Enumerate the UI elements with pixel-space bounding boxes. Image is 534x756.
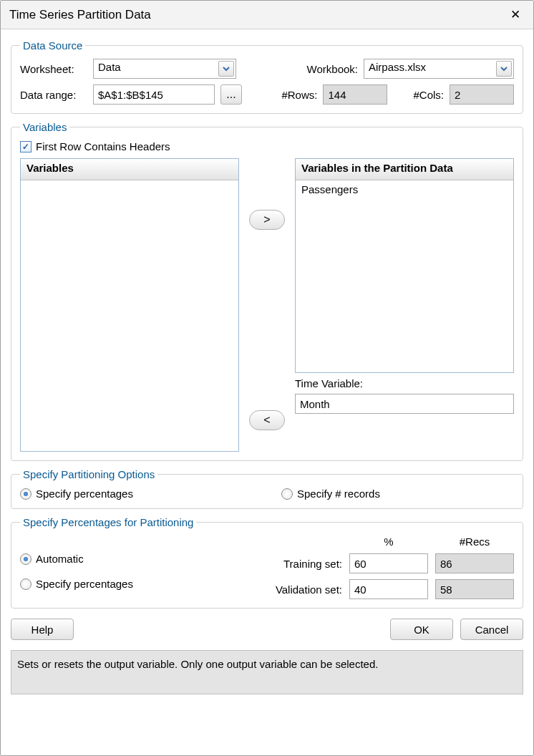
chevron-down-icon [218, 61, 234, 77]
validation-set-label: Validation set: [276, 583, 342, 596]
nrows-value-box: 144 [323, 84, 387, 105]
nrows-value: 144 [328, 89, 346, 101]
training-set-label: Training set: [276, 558, 342, 570]
datarange-label: Data range: [20, 89, 87, 101]
variables-group: Variables ✓ First Row Contains Headers V… [11, 121, 523, 461]
datarange-value: $A$1:$B$145 [98, 89, 163, 101]
variables-legend: Variables [20, 121, 69, 133]
opt-specify-pct-2-label: Specify percentages [36, 578, 133, 590]
pct-partitioning-group: Specify Percentages for Partitioning Aut… [11, 516, 523, 609]
opt-specify-pct-2[interactable]: Specify percentages [20, 578, 254, 590]
opt-specify-pct-label: Specify percentages [36, 488, 133, 500]
move-right-button[interactable]: > [249, 210, 285, 230]
worksheet-value: Data [98, 61, 121, 73]
validation-recs-box: 58 [435, 579, 514, 599]
partitioning-options-group: Specify Partitioning Options Specify per… [11, 468, 523, 509]
training-pct-input[interactable]: 60 [349, 553, 428, 573]
footer-buttons: Help OK Cancel [11, 619, 523, 640]
move-left-button[interactable]: < [249, 410, 285, 430]
workbook-label: Workbook: [307, 63, 358, 75]
ncols-value-box: 2 [450, 84, 514, 105]
dialog-title: Time Series Partition Data [9, 8, 151, 22]
pct-partitioning-legend: Specify Percentages for Partitioning [20, 516, 196, 528]
datarange-input[interactable]: $A$1:$B$145 [93, 84, 215, 105]
radio-icon [20, 488, 31, 500]
nrows-label: #Rows: [281, 89, 317, 101]
data-source-group: Data Source Worksheet: Data Workbook: Ai… [11, 39, 523, 114]
first-row-headers-label: First Row Contains Headers [36, 140, 170, 152]
dialog-window: Time Series Partition Data ✕ Data Source… [0, 0, 534, 756]
data-source-legend: Data Source [20, 39, 85, 52]
chevron-down-icon [496, 61, 512, 77]
ncols-label: #Cols: [413, 89, 444, 101]
datarange-browse-button[interactable]: ... [220, 84, 242, 105]
radio-icon [281, 488, 293, 500]
worksheet-combo[interactable]: Data [93, 59, 236, 79]
first-row-headers-row[interactable]: ✓ First Row Contains Headers [20, 140, 514, 152]
opt-specify-pct[interactable]: Specify percentages [20, 488, 253, 500]
partitioning-options-legend: Specify Partitioning Options [20, 468, 157, 480]
titlebar: Time Series Partition Data ✕ [1, 1, 533, 29]
help-button[interactable]: Help [11, 619, 74, 640]
opt-automatic-label: Automatic [36, 553, 84, 565]
radio-icon [20, 553, 31, 565]
close-icon[interactable]: ✕ [506, 7, 525, 22]
worksheet-label: Worksheet: [20, 63, 87, 75]
time-variable-value: Month [300, 398, 330, 410]
variables-list-body [21, 180, 238, 186]
cancel-button[interactable]: Cancel [460, 619, 523, 640]
opt-automatic[interactable]: Automatic [20, 553, 254, 565]
ok-button[interactable]: OK [390, 619, 453, 640]
partition-variables-body: Passengers [296, 180, 513, 198]
time-variable-field[interactable]: Month [295, 394, 514, 414]
variables-listbox[interactable]: Variables [20, 158, 239, 452]
checkbox-icon: ✓ [20, 141, 31, 152]
time-variable-label: Time Variable: [295, 377, 514, 389]
training-recs-box: 86 [435, 553, 514, 573]
dialog-content: Data Source Worksheet: Data Workbook: Ai… [1, 29, 533, 755]
opt-specify-records[interactable]: Specify # records [281, 488, 514, 500]
radio-icon [20, 578, 31, 590]
status-bar: Sets or resets the output variable. Only… [11, 650, 523, 694]
status-text: Sets or resets the output variable. Only… [17, 658, 378, 670]
partition-variables-header: Variables in the Partition Data [296, 159, 513, 180]
list-item[interactable]: Passengers [301, 183, 508, 195]
ncols-value: 2 [455, 89, 460, 101]
pct-col-header: % [349, 536, 428, 548]
recs-col-header: #Recs [435, 536, 514, 548]
validation-pct-input[interactable]: 40 [349, 579, 428, 599]
partition-variables-listbox[interactable]: Variables in the Partition Data Passenge… [295, 158, 514, 373]
opt-specify-records-label: Specify # records [297, 488, 380, 500]
variables-list-header: Variables [21, 159, 238, 180]
workbook-combo[interactable]: Airpass.xlsx [364, 59, 514, 79]
workbook-value: Airpass.xlsx [369, 61, 426, 73]
